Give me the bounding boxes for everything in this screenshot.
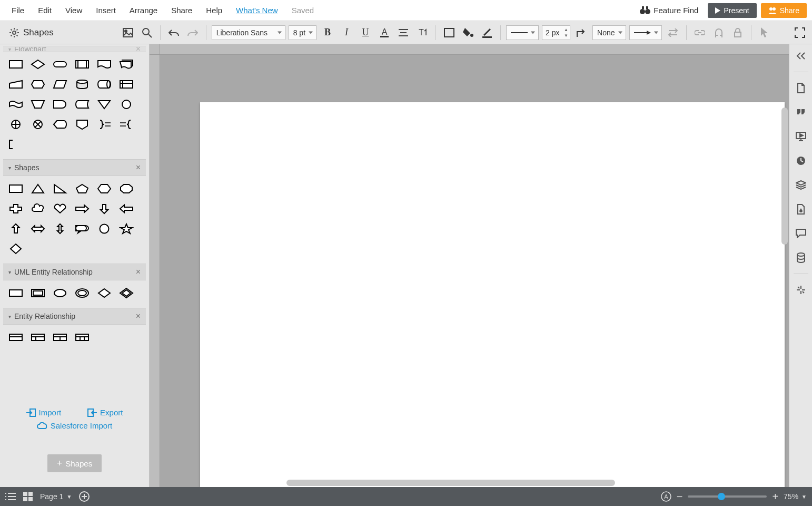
shape-cloud[interactable] [29,201,46,216]
close-icon[interactable]: × [136,163,141,172]
shape-er-table-1[interactable] [7,330,24,345]
shape-connector[interactable] [118,97,135,112]
close-icon[interactable]: × [136,267,141,277]
import-link[interactable]: Import [26,408,62,417]
magnet-button[interactable] [711,25,727,41]
shape-arrow-right[interactable] [74,201,91,216]
text-color-button[interactable]: A [377,25,392,41]
canvas-viewport[interactable] [160,55,789,487]
shape-er-table-4[interactable] [74,330,91,345]
shape-diamond[interactable] [7,241,24,256]
zoom-out-button[interactable]: − [677,491,683,503]
shape-summing[interactable] [29,117,46,132]
dock-actions[interactable] [793,281,809,298]
shape-data[interactable] [52,77,68,92]
fullscreen-button[interactable] [792,25,808,41]
line-style-select[interactable] [506,25,539,40]
shape-arrow-down[interactable] [96,201,113,216]
shape-internal-storage[interactable] [118,77,135,92]
category-header-flowchart[interactable]: ▾Flowchart × [3,46,146,52]
shape-star[interactable] [118,221,135,236]
font-size-select[interactable]: 8 pt [289,25,316,40]
ruler-vertical[interactable] [150,55,160,487]
dock-data[interactable] [793,249,809,266]
scrollbar-horizontal[interactable] [286,480,615,486]
shapes-manager-button[interactable]: Shapes [4,24,59,41]
menu-share[interactable]: Share [165,3,199,18]
shape-octagon[interactable] [118,181,135,196]
line-width-spinner[interactable]: ▲ ▼ [563,27,569,38]
dock-presentation[interactable] [793,128,809,145]
shape-weak-entity[interactable] [29,286,46,300]
shape-brace-right[interactable] [96,117,113,132]
shape-delay[interactable] [52,97,68,112]
underline-button[interactable]: U [358,25,373,41]
zoom-level-dropdown[interactable]: 75% ▼ [784,492,807,501]
shape-callout[interactable] [74,221,91,236]
line-width-input[interactable]: 2 px ▲ ▼ [542,25,570,40]
shape-heart[interactable] [52,201,68,216]
shape-preparation[interactable] [29,77,46,92]
arrow-start-select[interactable]: None [592,25,626,40]
shape-merge[interactable] [96,97,113,112]
shape-stored-data[interactable] [74,97,91,112]
shape-er-table-2[interactable] [29,330,46,345]
font-family-select[interactable]: Liberation Sans [212,25,285,40]
menu-help[interactable]: Help [200,3,229,18]
shape-paper-tape[interactable] [7,97,24,112]
dock-layers[interactable] [793,177,809,193]
zoom-fit-button[interactable]: A [661,491,671,502]
link-button[interactable] [692,25,708,41]
category-header-shapes[interactable]: ▾Shapes × [3,159,146,176]
shape-cross[interactable] [7,201,24,216]
shape-manual-input[interactable] [7,77,24,92]
shape-terminator[interactable] [52,57,68,72]
menu-whatsnew[interactable]: What's New [230,3,284,18]
zoom-slider[interactable] [688,495,767,498]
page-tab[interactable]: Page 1 ▼ [40,492,72,501]
shape-display[interactable] [52,117,68,132]
shape-predefined[interactable] [74,57,91,72]
fill-color-button[interactable] [460,25,476,41]
collapse-dock-button[interactable] [793,47,809,64]
add-page-button[interactable] [79,491,90,502]
close-icon[interactable]: × [136,46,141,52]
shape-isoceles-triangle[interactable] [29,181,46,196]
spinner-up-icon[interactable]: ▲ [563,27,569,33]
cursor-tool-button[interactable] [757,25,773,41]
dock-page-settings[interactable] [793,80,809,96]
shape-note[interactable] [7,137,24,152]
shape-multivalued[interactable] [74,286,91,300]
line-color-button[interactable] [479,25,495,41]
zoom-slider-knob[interactable] [718,493,725,500]
shape-circle[interactable] [96,221,113,236]
menu-view[interactable]: View [59,3,88,18]
shape-document[interactable] [96,57,113,72]
close-icon[interactable]: × [136,312,141,321]
shape-multidoc[interactable] [118,57,135,72]
shape-decision[interactable] [29,57,46,72]
redo-button[interactable] [185,25,201,41]
shape-database[interactable] [74,77,91,92]
shape-arrow-left[interactable] [118,201,135,216]
scrollbar-vertical[interactable] [781,108,788,245]
ruler-horizontal[interactable] [160,44,789,55]
menu-edit[interactable]: Edit [32,3,58,18]
line-shape-button[interactable] [573,25,589,41]
dock-comments-alt[interactable] [793,104,809,121]
zoom-in-button[interactable]: + [772,491,778,503]
shape-right-triangle[interactable] [52,181,68,196]
arrow-end-select[interactable] [629,25,662,40]
menu-insert[interactable]: Insert [90,3,122,18]
outline-view-button[interactable] [5,492,16,501]
salesforce-import-link[interactable]: Salesforce Import [37,421,113,430]
shape-direct-data[interactable] [96,77,113,92]
category-header-uml-er[interactable]: ▾UML Entity Relationship × [3,264,146,280]
lock-button[interactable] [730,25,746,41]
share-button[interactable]: Share [761,3,807,18]
dock-comments[interactable] [793,225,809,242]
reverse-line-button[interactable] [665,25,681,41]
shape-double-arrow-v[interactable] [52,221,68,236]
shape-brace-left[interactable] [118,117,135,132]
menu-arrange[interactable]: Arrange [123,3,164,18]
